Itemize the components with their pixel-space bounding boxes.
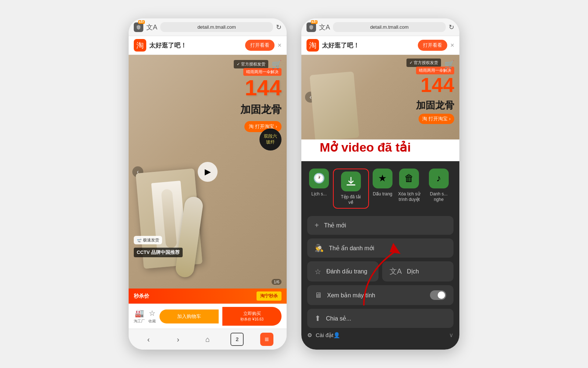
bottom-nav-left: 🏭 淘工厂 ☆ 收藏 加入购物车 立即购买 秒杀价 ¥16.63 — [129, 304, 287, 329]
phones-container: 文A detail.m.tmall.com ↻ 淘 太好逛了吧！ 打开看看 × … — [129, 18, 459, 350]
playlist-icon: ♪ — [429, 169, 449, 188]
profile-icon: 👤 — [333, 332, 340, 339]
downloads-label: Tệp đã tải về — [338, 194, 364, 206]
product-bg-left: ‹ ✓ 官方授权发货 晴雨两用一伞解决 144 加固龙骨 淘 打开淘宝 › 双段… — [129, 55, 287, 289]
cart-icon[interactable]: 🛒 — [272, 60, 282, 70]
cctv-badge: CCTV 品牌中国推荐 — [134, 248, 183, 257]
tmall-title-left: 太好逛了吧！ — [149, 41, 242, 50]
carbon-badge: 双段六玻纤 — [259, 128, 282, 151]
refresh-button-left[interactable]: ↻ — [276, 23, 282, 31]
favorite-label: 收藏 — [148, 319, 156, 324]
product-box-right — [309, 71, 359, 139]
browser-bar-left: 文A detail.m.tmall.com ↻ — [129, 18, 287, 36]
tmall-open-button-left[interactable]: 打开看看 — [245, 40, 275, 51]
left-phone: 文A detail.m.tmall.com ↻ 淘 太好逛了吧！ 打开看看 × … — [129, 18, 287, 350]
history-label: Lịch s... — [311, 191, 327, 197]
browser-tabs-button[interactable]: 2 — [230, 333, 244, 346]
url-bar-right[interactable]: detail.m.tmall.com — [333, 22, 446, 32]
browser-menu-button[interactable]: ≡ — [260, 333, 273, 346]
tmall-logo-left: 淘 — [134, 39, 146, 52]
translate-icon: 文A — [146, 23, 157, 32]
chinese-text-right: 加固龙骨 — [416, 99, 454, 112]
instruction-text: Mở video đã tải — [320, 140, 411, 155]
add-cart-button[interactable]: 加入购物车 — [159, 309, 219, 323]
shield-icon-right — [306, 22, 316, 32]
context-menu: 🕐 Lịch s... Tệp đã tải về ★ — [301, 161, 459, 350]
desktop-icon: 🖥 — [315, 291, 322, 300]
svg-rect-1 — [347, 184, 355, 185]
official-badge-right: ✓ 官方授权发货 — [406, 59, 441, 67]
bookmarks-label: Dấu trang — [373, 191, 392, 197]
share-icon: ⬆ — [315, 314, 321, 323]
desktop-view-row[interactable]: 🖥 Xem bản máy tính — [307, 285, 453, 305]
chinese-text-label: 加固龙骨 — [240, 103, 282, 117]
chevron-down-icon: ∨ — [449, 332, 453, 339]
clear-history-menu-item[interactable]: 🗑 Xóa lịch sử trình duyệt — [396, 169, 422, 209]
plus-icon: + — [315, 221, 319, 230]
translate-icon-right: 文A — [319, 23, 330, 32]
clear-history-label: Xóa lịch sử trình duyệt — [396, 191, 422, 203]
bookmarks-menu-item[interactable]: ★ Dấu trang — [373, 169, 392, 209]
downloads-menu-item[interactable]: Tệp đã tải về — [333, 169, 369, 209]
browser-bar-right: 文A detail.m.tmall.com ↻ — [301, 18, 459, 36]
factory-icon: 🏭 — [135, 309, 144, 318]
incognito-label: Thẻ ẩn danh mới — [329, 245, 374, 252]
price-overlay-right: 144 — [420, 75, 454, 95]
favorite-button[interactable]: ☆ 收藏 — [148, 309, 156, 324]
product-item — [161, 189, 177, 248]
page-indicator-left: 1/6 — [272, 279, 282, 285]
profile-menu-item[interactable]: 👤 — [333, 332, 340, 339]
bookmarks-icon: ★ — [373, 169, 392, 188]
tmall-close-right[interactable]: × — [450, 42, 454, 49]
cart-icon-right[interactable]: 🛒 — [444, 60, 454, 70]
browser-back-button[interactable]: ‹ — [142, 333, 155, 346]
menu-row-pair: 🕵 Thẻ ẩn danh mới — [307, 238, 453, 258]
settings-icon: ⚙ — [307, 332, 312, 339]
playlist-label: Danh s... nghe — [426, 191, 452, 203]
taobao-btn-right[interactable]: 淘 打开淘宝 › — [419, 114, 454, 124]
playlist-menu-item[interactable]: ♪ Danh s... nghe — [426, 169, 452, 209]
official-badge: ✓ 官方授权发货 — [234, 60, 268, 68]
url-bar-left[interactable]: detail.m.tmall.com — [160, 22, 273, 32]
desktop-label: Xem bản máy tính — [327, 292, 375, 299]
buy-now-label2: 秒杀价 ¥16.63 — [226, 317, 278, 322]
refresh-button-right[interactable]: ↻ — [449, 23, 454, 31]
desktop-toggle[interactable] — [430, 290, 446, 300]
new-tab-label: Thẻ mới — [324, 222, 346, 229]
star-icon: ☆ — [149, 309, 155, 318]
translate-row[interactable]: 文A Dịch — [382, 261, 453, 282]
tmall-banner-left: 淘 太好逛了吧！ 打开看看 × — [129, 36, 287, 55]
menu-icons-row: 🕐 Lịch s... Tệp đã tải về ★ — [307, 169, 453, 209]
translate-label: Dịch — [407, 268, 419, 275]
sale-bar-left: 秒杀价 淘宁秒杀 — [129, 289, 287, 304]
settings-menu-item[interactable]: ⚙ Cài đặt — [307, 332, 333, 339]
menu-bottom-row: ⚙ Cài đặt 👤 ∨ — [307, 332, 453, 339]
history-icon: 🕐 — [309, 169, 329, 188]
buy-now-button[interactable]: 立即购买 秒杀价 ¥16.63 — [222, 307, 282, 326]
price-overlay: 144 — [245, 77, 282, 99]
share-row[interactable]: ⬆ Chia sẻ... — [307, 309, 453, 328]
share-label: Chia sẻ... — [326, 315, 351, 322]
product-area-left: ‹ ✓ 官方授权发货 晴雨两用一伞解决 144 加固龙骨 淘 打开淘宝 › 双段… — [129, 55, 287, 289]
browser-forward-button[interactable]: › — [172, 333, 185, 346]
shield-icon — [134, 22, 143, 32]
history-menu-item[interactable]: 🕐 Lịch s... — [309, 169, 329, 209]
browser-bottom-left: ‹ › ⌂ 2 ≡ — [129, 329, 287, 350]
incognito-row[interactable]: 🕵 Thẻ ẩn danh mới — [307, 238, 453, 258]
play-button[interactable]: ▶ — [198, 162, 218, 182]
fast-delivery: 🛫 极速发货 — [134, 236, 162, 244]
bookmark-translate-row: ☆ Đánh dấu trang 文A Dịch — [307, 261, 453, 282]
buy-now-label1: 立即购买 — [226, 311, 278, 317]
right-phone: 文A detail.m.tmall.com ↻ 淘 太好逛了吧！ 打开看看 × … — [301, 18, 459, 350]
bookmark-row[interactable]: ☆ Đánh dấu trang — [307, 261, 379, 282]
tmall-close-left[interactable]: × — [277, 42, 282, 49]
tmall-open-button-right[interactable]: 打开看看 — [418, 40, 447, 51]
downloads-icon — [341, 171, 361, 191]
factory-label: 淘工厂 — [134, 319, 145, 324]
tmall-banner-right: 淘 太好逛了吧！ 打开看看 × — [301, 36, 459, 55]
factory-button[interactable]: 🏭 淘工厂 — [134, 309, 145, 324]
new-tab-row[interactable]: + Thẻ mới — [307, 216, 453, 235]
browser-home-button[interactable]: ⌂ — [201, 333, 214, 346]
bookmark-icon: ☆ — [315, 267, 321, 276]
clear-history-icon: 🗑 — [399, 169, 419, 188]
